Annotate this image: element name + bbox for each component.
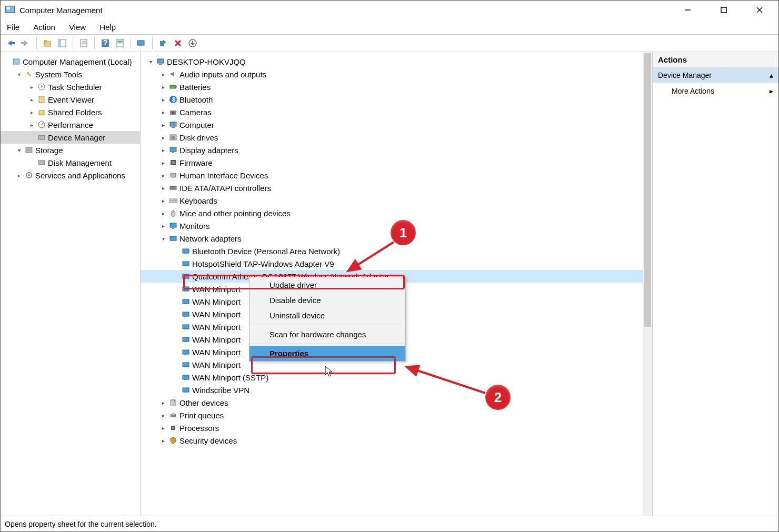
tree-row[interactable]: ▸Cameras: [141, 106, 652, 118]
expand-icon[interactable]: ▸: [159, 198, 167, 204]
expand-icon[interactable]: ▸: [159, 185, 167, 191]
tree-row[interactable]: ▸Windscribe VPN: [141, 384, 652, 396]
tree-row[interactable]: ▸Disk Management: [1, 156, 140, 169]
expand-icon[interactable]: ▸: [159, 173, 167, 178]
expand-icon[interactable]: ▸: [28, 97, 35, 103]
tree-row[interactable]: ▸Device Manager: [1, 131, 140, 144]
tree-row[interactable]: ▾Storage: [1, 144, 140, 156]
collapse-icon[interactable]: ▾: [15, 147, 23, 153]
status-text: Opens property sheet for the current sel…: [5, 520, 157, 528]
expand-icon[interactable]: ▸: [159, 122, 167, 128]
up-button[interactable]: [41, 37, 54, 49]
actions-more[interactable]: More Actions ▸: [653, 83, 778, 99]
expand-icon[interactable]: ▸: [159, 147, 167, 153]
scan-hardware-button[interactable]: [135, 37, 148, 49]
expand-icon[interactable]: ▸: [159, 109, 167, 115]
menu-action[interactable]: Action: [33, 23, 55, 32]
tree-row[interactable]: ▸Print queues: [141, 409, 652, 421]
svg-rect-81: [184, 342, 187, 342]
show-hide-button[interactable]: [56, 37, 68, 49]
svg-rect-68: [183, 262, 189, 266]
expand-icon[interactable]: ▸: [159, 223, 167, 229]
menu-view[interactable]: View: [69, 23, 86, 32]
tree-row[interactable]: ▸HotspotShield TAP-Windows Adapter V9: [141, 257, 652, 270]
expand-icon[interactable]: ▸: [28, 109, 35, 115]
maximize-button[interactable]: [713, 2, 734, 18]
net-icon: [182, 360, 190, 369]
ctx-update-driver[interactable]: Update driver: [249, 277, 405, 293]
action-button[interactable]: [114, 37, 126, 49]
collapse-icon[interactable]: ▾: [15, 72, 23, 77]
enable-button[interactable]: [157, 37, 169, 49]
forward-button[interactable]: [19, 37, 32, 49]
expand-icon[interactable]: ▸: [159, 425, 167, 431]
device-tree-pane[interactable]: ▾DESKTOP-HOKVJQQ▸Audio inputs and output…: [141, 52, 652, 516]
console-tree[interactable]: ▸Computer Management (Local)▾System Tool…: [1, 52, 141, 516]
tree-row[interactable]: ▾System Tools: [1, 68, 140, 81]
tree-row[interactable]: ▸Keyboards: [141, 194, 652, 207]
uninstall-button[interactable]: [172, 37, 184, 49]
tree-row[interactable]: ▸Shared Folders: [1, 106, 140, 118]
tree-row[interactable]: ▸WAN Miniport (SSTP): [141, 371, 652, 384]
vertical-scrollbar[interactable]: [643, 52, 652, 516]
expand-icon[interactable]: ▸: [159, 72, 167, 77]
tree-row[interactable]: ▸Firmware: [141, 156, 652, 169]
expand-icon[interactable]: ▸: [15, 173, 23, 178]
tree-row[interactable]: ▸Security devices: [141, 434, 652, 447]
tree-row[interactable]: ▾DESKTOP-HOKVJQQ: [141, 55, 652, 68]
tree-row[interactable]: ▸IDE ATA/ATAPI controllers: [141, 182, 652, 194]
properties-button[interactable]: [77, 37, 90, 49]
tree-label: WAN Miniport: [192, 285, 241, 294]
ctx-uninstall-device[interactable]: Uninstall device: [249, 308, 405, 323]
ctx-properties[interactable]: Properties: [249, 346, 405, 361]
ctx-disable-device[interactable]: Disable device: [249, 293, 405, 308]
svg-rect-53: [172, 152, 174, 153]
tree-row[interactable]: ▸Computer: [141, 118, 652, 131]
menu-file[interactable]: File: [7, 23, 19, 32]
hdd-icon: [169, 133, 177, 142]
update-driver-button[interactable]: [186, 37, 199, 49]
tree-row[interactable]: ▸Performance: [1, 118, 140, 131]
collapse-icon[interactable]: ▾: [147, 59, 154, 65]
expand-icon[interactable]: ▸: [159, 210, 167, 216]
tree-label: Keyboards: [179, 196, 217, 205]
tree-row[interactable]: ▸Bluetooth Device (Personal Area Network…: [141, 245, 652, 257]
bt-icon: [169, 95, 177, 104]
tree-row[interactable]: ▸?Other devices: [141, 396, 652, 409]
expand-icon[interactable]: ▸: [159, 97, 167, 103]
tree-label: Display adapters: [179, 146, 238, 155]
svg-point-40: [28, 174, 30, 176]
actions-section[interactable]: Device Manager ▴: [653, 68, 778, 83]
net-icon: [169, 234, 177, 243]
tree-row[interactable]: ▸Event Viewer: [1, 93, 140, 106]
back-button[interactable]: [5, 37, 17, 49]
expand-icon[interactable]: ▸: [28, 122, 35, 128]
expand-icon[interactable]: ▸: [159, 438, 167, 444]
pc-icon: [169, 121, 177, 129]
expand-icon[interactable]: ▸: [159, 135, 167, 140]
help-button[interactable]: ?: [99, 37, 112, 49]
tree-row[interactable]: ▸Mice and other pointing devices: [141, 207, 652, 219]
ctx-scan-hardware[interactable]: Scan for hardware changes: [249, 327, 405, 342]
minimize-button[interactable]: [677, 2, 698, 18]
expand-icon[interactable]: ▸: [159, 84, 167, 90]
tree-row[interactable]: ▸Task Scheduler: [1, 81, 140, 93]
tree-row[interactable]: ▸Display adapters: [141, 144, 652, 156]
expand-icon[interactable]: ▸: [159, 413, 167, 418]
menu-help[interactable]: Help: [99, 23, 116, 32]
expand-icon[interactable]: ▸: [28, 84, 35, 90]
expand-icon[interactable]: ▸: [159, 400, 167, 406]
tree-row[interactable]: ▸Human Interface Devices: [141, 169, 652, 182]
tree-label: WAN Miniport: [192, 348, 241, 357]
tree-row[interactable]: ▸Batteries: [141, 81, 652, 93]
net-icon: [182, 373, 190, 382]
tree-row[interactable]: ▸Services and Applications: [1, 169, 140, 182]
collapse-icon[interactable]: ▾: [159, 236, 167, 242]
tree-row[interactable]: ▸Computer Management (Local): [1, 55, 140, 68]
tree-row[interactable]: ▸Bluetooth: [141, 93, 652, 106]
expand-icon[interactable]: ▸: [159, 160, 167, 166]
tree-row[interactable]: ▸Processors: [141, 421, 652, 434]
tree-row[interactable]: ▸Disk drives: [141, 131, 652, 144]
close-button[interactable]: [749, 2, 770, 18]
tree-row[interactable]: ▸Audio inputs and outputs: [141, 68, 652, 81]
